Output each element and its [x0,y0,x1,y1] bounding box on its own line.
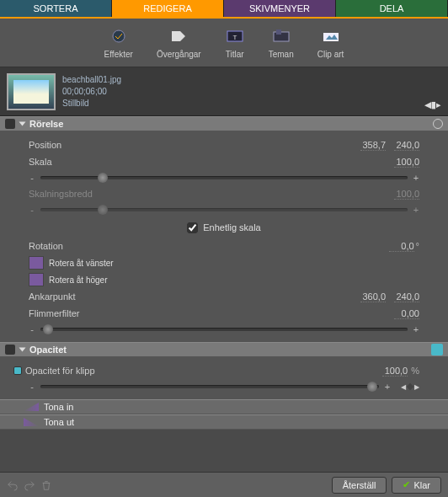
tona-ut-label: Tona ut [44,417,74,427]
tool-label: Övergångar [157,50,201,59]
rotate-left-button[interactable]: Rotera åt vänster [29,254,419,271]
minus-icon: - [29,382,35,392]
opacitet-klipp-unit: % [411,366,419,376]
chevron-down-icon[interactable] [19,122,26,126]
keyframe-toggle-icon[interactable] [431,344,443,355]
tool-teman[interactable]: Teman [269,26,294,59]
tona-ut-row[interactable]: Tona ut [0,414,448,430]
panel-rorelse: Position 358,7 240,0 Skala 100,0 - + Ska… [0,131,448,342]
position-y[interactable]: 240,0 [394,140,419,151]
tool-titlar[interactable]: T Titlar [225,26,245,59]
clip-duration: 00;00;06;00 [62,86,121,98]
tab-redigera[interactable]: REDIGERA [112,0,224,17]
stopwatch-icon[interactable] [433,119,443,129]
skalbredd-slider [40,208,408,211]
rotation-unit: ° [416,241,419,251]
slider-thumb[interactable] [98,173,108,183]
transitions-icon [168,26,189,46]
plus-icon: + [413,173,419,183]
skala-slider[interactable] [40,176,408,179]
rotate-left-icon [29,256,44,270]
svg-text:T: T [232,34,237,41]
opacitet-klipp-label: Opacitet för klipp [25,366,374,376]
fade-in-icon [24,403,39,411]
tool-label: Clip art [317,50,344,59]
chevron-down-icon[interactable] [19,348,26,352]
titles-icon: T [225,26,245,46]
plus-icon: + [413,205,419,215]
panel-opacitet: Opacitet för klipp 100,0 % - + ◀▶ [0,357,448,399]
clip-name: beachball01.jpg [62,74,121,86]
enhetlig-skala-label: Enhetlig skala [203,222,261,232]
opacitet-slider[interactable] [40,385,379,388]
tab-skivmenyer[interactable]: SKIVMENYER [224,0,336,17]
ankarpunkt-y[interactable]: 240,0 [394,291,419,302]
klar-button[interactable]: ✔Klar [392,477,441,494]
section-title: Opacitet [29,345,67,355]
rotation-value[interactable]: 0,0 [389,241,414,252]
fade-out-icon [24,418,39,426]
tool-effekter[interactable]: Effekter [104,26,133,59]
minus-icon: - [29,324,35,334]
skalbredd-label: Skalningsbredd [29,189,386,199]
section-header-rorelse[interactable]: Rörelse [0,116,448,131]
tona-in-label: Tona in [44,402,73,412]
undo-icon[interactable] [7,479,19,491]
flimmer-label: Flimmerfilter [29,308,386,318]
clip-type: Stillbild [62,98,121,110]
enhetlig-skala-checkbox[interactable] [187,222,198,233]
tool-label: Teman [269,50,294,59]
check-icon: ✔ [403,479,410,490]
skalbredd-value: 100,0 [394,189,419,200]
tool-clipart[interactable]: Clip art [317,26,344,59]
keyframe-icon[interactable] [13,366,22,375]
eye-icon[interactable] [5,345,15,355]
slider-thumb[interactable] [367,382,377,392]
effects-icon [109,26,129,46]
redo-icon[interactable] [24,479,35,491]
tona-in-row[interactable]: Tona in [0,399,448,414]
themes-icon [271,26,291,46]
minus-icon: - [29,173,35,183]
ankarpunkt-label: Ankarpunkt [29,291,352,302]
tool-overgangar[interactable]: Övergångar [157,26,201,59]
skala-label: Skala [29,157,386,167]
position-x[interactable]: 358,7 [360,140,386,151]
clipart-icon [321,26,341,46]
opacitet-klipp-value[interactable]: 100,0 [382,366,408,377]
timecode-icon: ◀▮▸ [424,99,441,110]
keyframe-nav[interactable]: ◀▶ [401,383,419,391]
rotate-right-button[interactable]: Rotera åt höger [29,271,419,288]
skala-value[interactable]: 100,0 [394,157,419,168]
footer: Återställ ✔Klar [0,472,448,497]
slider-thumb[interactable] [43,324,53,334]
plus-icon: + [384,382,391,392]
ankarpunkt-x[interactable]: 360,0 [360,291,386,302]
rotate-left-label: Rotera åt vänster [49,259,114,268]
section-title: Rörelse [29,119,63,129]
tool-label: Titlar [226,50,244,59]
trash-icon[interactable] [40,479,52,491]
rotate-right-icon [29,273,44,286]
minus-icon: - [29,205,35,215]
plus-icon: + [413,324,419,334]
tab-dela[interactable]: DELA [336,0,448,17]
aterstall-button[interactable]: Återställ [332,477,387,494]
clip-thumbnail [7,73,56,110]
flimmer-slider[interactable] [40,328,408,331]
position-label: Position [29,140,352,150]
toolbar: Effekter Övergångar T Titlar Teman Clip … [0,19,448,67]
rotation-label: Rotation [29,241,381,251]
clip-info: beachball01.jpg 00;00;06;00 Stillbild ◀▮… [0,67,448,116]
eye-icon[interactable] [5,119,15,129]
flimmer-value[interactable]: 0,00 [394,308,419,319]
section-header-opacitet[interactable]: Opacitet [0,342,448,357]
tool-label: Effekter [104,50,133,59]
tab-sortera[interactable]: SORTERA [0,0,112,17]
slider-thumb [98,205,108,215]
svg-rect-4 [276,29,281,35]
svg-point-0 [113,30,125,42]
rotate-right-label: Rotera åt höger [49,275,108,285]
